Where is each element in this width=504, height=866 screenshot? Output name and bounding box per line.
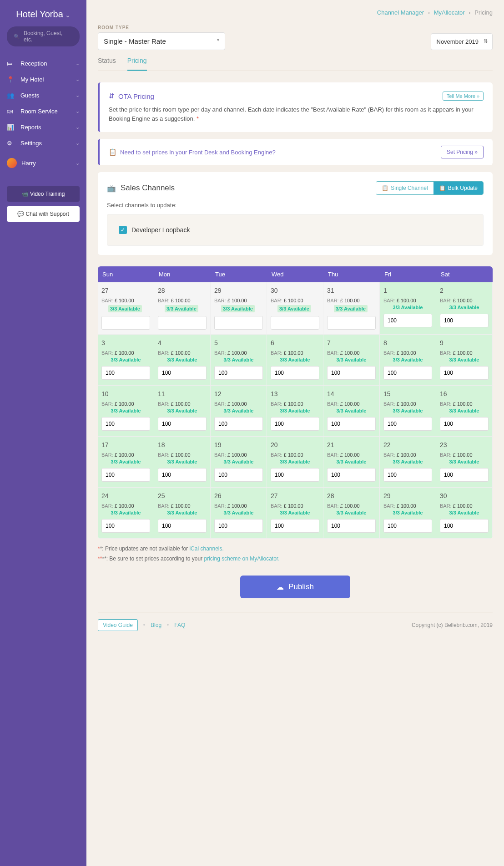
single-channel-toggle[interactable]: 📋 Single Channel <box>376 182 433 194</box>
nav-item-guests[interactable]: 👥Guests <box>0 87 86 103</box>
price-input[interactable] <box>101 468 150 482</box>
search-input[interactable]: Booking, Guest, etc. <box>7 26 80 46</box>
set-pricing-button[interactable]: Set Pricing » <box>441 146 484 158</box>
hotel-selector[interactable]: Hotel Yorba <box>0 9 86 20</box>
price-input[interactable] <box>327 519 376 533</box>
price-input[interactable] <box>214 316 263 330</box>
user-menu[interactable]: Harry <box>0 153 86 173</box>
nav-item-reports[interactable]: 📊Reports <box>0 119 86 135</box>
price-input[interactable] <box>327 417 376 431</box>
calendar-cell: 31BAR: £ 100.003/3 Available <box>323 282 380 335</box>
price-input[interactable] <box>158 519 207 533</box>
price-input[interactable] <box>158 366 207 380</box>
nav-item-room-service[interactable]: 🍽Room Service <box>0 103 86 119</box>
calendar-date: 8 <box>383 339 432 346</box>
price-input[interactable] <box>101 417 150 431</box>
breadcrumb-channel-manager[interactable]: Channel Manager <box>377 9 424 16</box>
bar-rate: BAR: £ 100.00 <box>158 401 207 407</box>
price-input[interactable] <box>383 366 432 380</box>
bar-rate: BAR: £ 100.00 <box>440 503 489 509</box>
calendar-date: 12 <box>214 390 263 397</box>
bar-rate: BAR: £ 100.00 <box>101 452 150 458</box>
price-input[interactable] <box>383 519 432 533</box>
price-input[interactable] <box>440 519 489 533</box>
price-input[interactable] <box>440 314 489 327</box>
nav-icon: 🛏 <box>7 60 16 67</box>
nav-item-reception[interactable]: 🛏Reception <box>0 56 86 71</box>
tabs: Status Pricing <box>98 57 493 71</box>
price-input[interactable] <box>158 316 207 330</box>
ical-link[interactable]: iCal channels. <box>189 545 223 552</box>
nav-icon: 🍽 <box>7 108 16 115</box>
price-input[interactable] <box>327 366 376 380</box>
price-input[interactable] <box>383 314 432 327</box>
blog-link[interactable]: Blog <box>151 622 161 628</box>
calendar-date: 17 <box>101 441 150 448</box>
price-input[interactable] <box>101 519 150 533</box>
price-input[interactable] <box>271 519 319 533</box>
price-input[interactable] <box>158 417 207 431</box>
tell-me-more-button[interactable]: Tell Me More » <box>443 92 484 101</box>
price-input[interactable] <box>327 316 376 330</box>
breadcrumb-myallocator[interactable]: MyAllocator <box>434 9 465 16</box>
pricing-scheme-link[interactable]: pricing scheme on MyAllocator. <box>204 555 279 562</box>
calendar-cell: 10BAR: £ 100.003/3 Available <box>98 386 154 437</box>
bar-rate: BAR: £ 100.00 <box>271 298 319 303</box>
bar-rate: BAR: £ 100.00 <box>214 452 263 458</box>
calendar-date: 18 <box>158 441 207 448</box>
nav-item-settings[interactable]: ⚙Settings <box>0 135 86 151</box>
price-input[interactable] <box>271 468 319 482</box>
video-guide-button[interactable]: Video Guide <box>98 619 138 631</box>
bar-rate: BAR: £ 100.00 <box>327 350 376 356</box>
price-input[interactable] <box>383 417 432 431</box>
availability-badge: 3/3 Available <box>158 357 207 362</box>
nav-label: Guests <box>20 92 39 99</box>
availability-badge: 3/3 Available <box>101 459 150 464</box>
price-input[interactable] <box>101 366 150 380</box>
price-input[interactable] <box>383 468 432 482</box>
avatar <box>7 158 17 168</box>
bar-rate: BAR: £ 100.00 <box>214 503 263 509</box>
calendar-cell: 7BAR: £ 100.003/3 Available <box>323 335 380 386</box>
calendar-cell: 24BAR: £ 100.003/3 Available <box>98 488 154 539</box>
faq-link[interactable]: FAQ <box>174 622 185 628</box>
nav-icon: 📍 <box>7 76 16 83</box>
price-input[interactable] <box>101 316 150 330</box>
price-input[interactable] <box>327 468 376 482</box>
price-input[interactable] <box>271 316 319 330</box>
tab-status[interactable]: Status <box>98 57 116 71</box>
price-input[interactable] <box>440 417 489 431</box>
price-input[interactable] <box>214 366 263 380</box>
price-input[interactable] <box>214 519 263 533</box>
calendar-cell: 21BAR: £ 100.003/3 Available <box>323 437 380 488</box>
price-input[interactable] <box>214 417 263 431</box>
chat-support-button[interactable]: 💬 Chat with Support <box>7 206 80 222</box>
calendar-date: 28 <box>327 492 376 499</box>
tab-pricing[interactable]: Pricing <box>127 57 147 71</box>
ota-description: Set the price for this room type per day… <box>109 105 484 123</box>
calendar-date: 15 <box>383 390 432 397</box>
bar-rate: BAR: £ 100.00 <box>214 350 263 356</box>
bar-rate: BAR: £ 100.00 <box>383 401 432 407</box>
price-input[interactable] <box>158 468 207 482</box>
price-input[interactable] <box>440 366 489 380</box>
video-training-button[interactable]: 📹 Video Training <box>7 186 80 202</box>
calendar-cell: 30BAR: £ 100.003/3 Available <box>436 488 493 539</box>
calendar-cell: 16BAR: £ 100.003/3 Available <box>436 386 493 437</box>
channel-checkbox[interactable]: ✓ <box>119 226 127 234</box>
channel-mode-toggle: 📋 Single Channel 📋 Bulk Update <box>376 181 484 195</box>
nav-item-my-hotel[interactable]: 📍My Hotel <box>0 71 86 87</box>
price-input[interactable] <box>214 468 263 482</box>
price-input[interactable] <box>440 468 489 482</box>
month-select[interactable]: November 2019 <box>431 33 493 50</box>
price-input[interactable] <box>271 366 319 380</box>
bar-rate: BAR: £ 100.00 <box>271 350 319 356</box>
publish-button[interactable]: Publish <box>240 576 350 598</box>
price-input[interactable] <box>271 417 319 431</box>
bar-rate: BAR: £ 100.00 <box>327 298 376 303</box>
bar-rate: BAR: £ 100.00 <box>383 350 432 356</box>
calendar-date: 5 <box>214 339 263 346</box>
bulk-update-toggle[interactable]: 📋 Bulk Update <box>433 182 483 194</box>
room-type-select[interactable]: Single - Master Rate <box>98 32 225 50</box>
availability-badge: 3/3 Available <box>158 459 207 464</box>
